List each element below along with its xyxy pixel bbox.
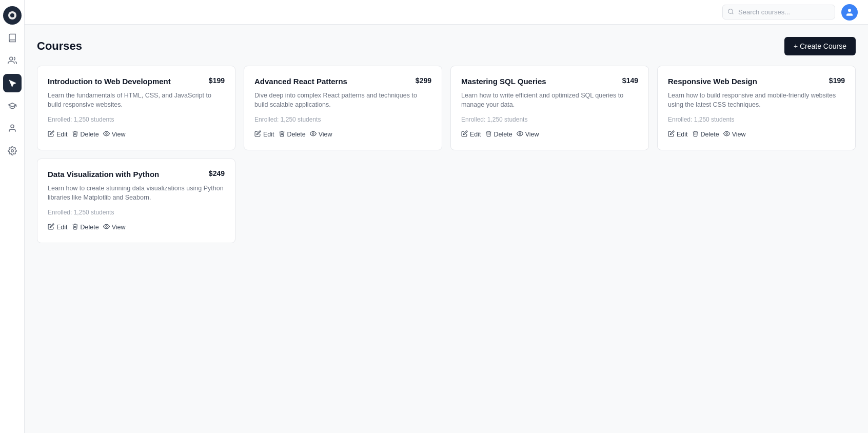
main-content: Courses + Create Course Introduction to … (25, 0, 868, 433)
course-description: Learn how to write efficient and optimiz… (461, 91, 638, 110)
course-card: Responsive Web Design $199 Learn how to … (657, 66, 856, 150)
course-delete-button[interactable]: Delete (485, 129, 512, 140)
svg-point-6 (848, 9, 851, 12)
delete-icon (485, 130, 492, 139)
create-course-button[interactable]: + Create Course (784, 37, 856, 55)
courses-grid: Introduction to Web Development $199 Lea… (37, 66, 856, 243)
svg-point-10 (726, 133, 727, 134)
cursor-icon[interactable] (3, 74, 22, 92)
course-card: Introduction to Web Development $199 Lea… (37, 66, 235, 150)
course-edit-button[interactable]: Edit (461, 129, 481, 140)
course-edit-button[interactable]: Edit (48, 222, 68, 232)
course-enrolled: Enrolled: 1,250 students (48, 209, 225, 216)
view-icon (103, 130, 110, 139)
edit-icon (48, 223, 54, 231)
delete-icon (72, 130, 78, 139)
edit-icon (668, 130, 675, 139)
course-edit-button[interactable]: Edit (48, 129, 68, 140)
delete-icon (279, 130, 285, 139)
content-header: Courses + Create Course (37, 37, 856, 55)
course-description: Learn the fundamentals of HTML, CSS, and… (48, 91, 225, 110)
course-price: $199 (829, 76, 845, 85)
content-area: Courses + Create Course Introduction to … (25, 25, 868, 433)
svg-point-1 (10, 13, 14, 17)
course-enrolled: Enrolled: 1,250 students (48, 116, 225, 123)
logo-icon[interactable] (3, 6, 22, 25)
card-top: Data Visualization with Python $249 (48, 169, 225, 180)
card-actions: Edit Delete View (48, 129, 225, 140)
course-delete-button[interactable]: Delete (692, 129, 719, 140)
course-view-button[interactable]: View (310, 129, 332, 140)
edit-icon (254, 130, 261, 139)
course-view-button[interactable]: View (723, 129, 746, 140)
book-icon[interactable] (3, 29, 22, 47)
svg-point-11 (106, 226, 107, 227)
search-input[interactable] (722, 5, 835, 19)
person-icon[interactable] (3, 119, 22, 137)
course-enrolled: Enrolled: 1,250 students (254, 116, 431, 123)
view-icon (103, 223, 110, 231)
course-title: Responsive Web Design (668, 76, 825, 87)
course-price: $299 (416, 76, 431, 85)
course-edit-button[interactable]: Edit (668, 129, 688, 140)
course-title: Advanced React Patterns (254, 76, 411, 87)
course-title: Data Visualization with Python (48, 169, 205, 180)
course-view-button[interactable]: View (103, 222, 126, 232)
users-icon[interactable] (3, 51, 22, 70)
course-enrolled: Enrolled: 1,250 students (668, 116, 845, 123)
delete-icon (72, 223, 78, 231)
card-actions: Edit Delete View (48, 222, 225, 232)
course-delete-button[interactable]: Delete (72, 222, 99, 232)
course-edit-button[interactable]: Edit (254, 129, 274, 140)
course-price: $249 (209, 169, 225, 178)
delete-icon (692, 130, 699, 139)
svg-point-2 (9, 57, 12, 60)
search-wrapper (722, 5, 835, 19)
svg-point-5 (728, 9, 733, 13)
course-view-button[interactable]: View (103, 129, 126, 140)
card-actions: Edit Delete View (461, 129, 638, 140)
view-icon (517, 130, 523, 139)
card-top: Mastering SQL Queries $149 (461, 76, 638, 87)
search-icon (727, 8, 734, 16)
page-title: Courses (37, 40, 82, 53)
topbar (25, 0, 868, 25)
edit-icon (461, 130, 468, 139)
edit-icon (48, 130, 54, 139)
svg-point-8 (312, 133, 314, 134)
course-view-button[interactable]: View (517, 129, 539, 140)
card-actions: Edit Delete View (254, 129, 431, 140)
course-card: Data Visualization with Python $249 Lear… (37, 159, 235, 243)
svg-point-3 (11, 125, 14, 128)
course-card: Advanced React Patterns $299 Dive deep i… (244, 66, 442, 150)
course-description: Dive deep into complex React patterns an… (254, 91, 431, 110)
svg-point-7 (106, 133, 107, 134)
card-top: Introduction to Web Development $199 (48, 76, 225, 87)
svg-point-4 (11, 150, 13, 152)
course-price: $199 (209, 76, 225, 85)
sidebar (0, 0, 25, 433)
course-price: $149 (622, 76, 638, 85)
course-title: Mastering SQL Queries (461, 76, 618, 87)
svg-point-9 (519, 133, 521, 134)
course-card: Mastering SQL Queries $149 Learn how to … (450, 66, 649, 150)
course-title: Introduction to Web Development (48, 76, 205, 87)
card-top: Advanced React Patterns $299 (254, 76, 431, 87)
course-description: Learn how to build responsive and mobile… (668, 91, 845, 110)
settings-icon[interactable] (3, 142, 22, 160)
card-top: Responsive Web Design $199 (668, 76, 845, 87)
card-actions: Edit Delete View (668, 129, 845, 140)
course-delete-button[interactable]: Delete (72, 129, 99, 140)
avatar[interactable] (841, 4, 858, 21)
graduation-icon[interactable] (3, 96, 22, 115)
course-description: Learn how to create stunning data visual… (48, 184, 225, 203)
course-delete-button[interactable]: Delete (279, 129, 306, 140)
view-icon (723, 130, 730, 139)
course-enrolled: Enrolled: 1,250 students (461, 116, 638, 123)
view-icon (310, 130, 317, 139)
